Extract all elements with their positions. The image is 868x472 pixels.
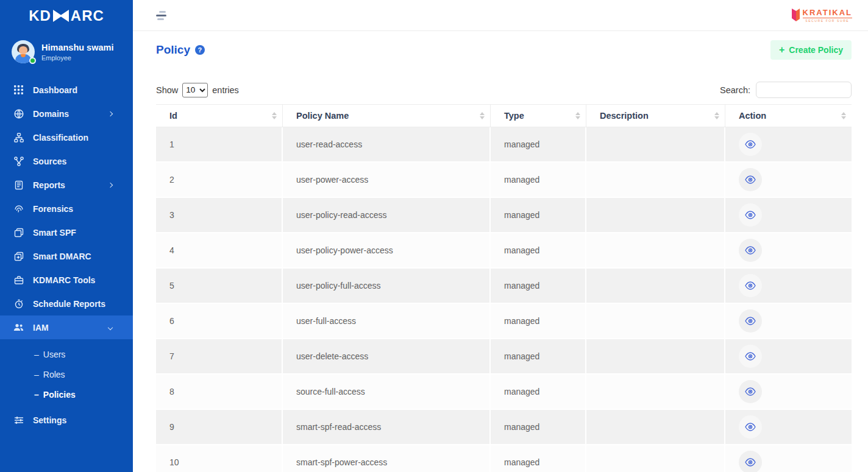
- plus-icon: +: [779, 46, 784, 54]
- kdmarc-bowtie-icon: [53, 10, 69, 22]
- cell-description: [586, 375, 725, 410]
- sidebar-item-label: Smart SPF: [33, 228, 76, 238]
- sidebar-item-kdmarc-tools[interactable]: KDMARC Tools: [0, 268, 133, 292]
- search-input[interactable]: [756, 82, 852, 98]
- dash-prefix: –: [34, 390, 39, 400]
- user-profile[interactable]: Himanshu swami Employee: [0, 24, 133, 63]
- profile-role: Employee: [41, 54, 113, 62]
- sort-icon: [575, 112, 580, 119]
- view-policy-button[interactable]: [739, 133, 762, 156]
- sidebar-item-label: Sources: [33, 157, 66, 166]
- help-icon[interactable]: ?: [195, 45, 205, 55]
- cell-policy-name: user-power-access: [283, 163, 491, 198]
- branch-icon: [13, 156, 24, 166]
- table-row: 7 user-delete-access managed: [156, 339, 852, 375]
- cell-policy-name: user-delete-access: [283, 339, 491, 375]
- sidebar-item-label: Forensics: [33, 204, 73, 214]
- sidebar-item-label: Dashboard: [33, 85, 77, 95]
- sidebar-item-iam[interactable]: IAM: [0, 315, 133, 339]
- entries-label: entries: [212, 85, 239, 95]
- column-header-action[interactable]: Action: [725, 104, 852, 127]
- page-size-select[interactable]: 10: [182, 83, 208, 97]
- view-policy-button[interactable]: [739, 415, 762, 439]
- show-label: Show: [156, 85, 178, 95]
- sidebar-item-label: Settings: [33, 415, 66, 425]
- table-row: 1 user-read-access managed: [156, 127, 852, 163]
- brand-tagline: SECURE FOR SURE: [803, 19, 852, 23]
- cell-action: [725, 339, 852, 375]
- cell-id: 8: [156, 375, 283, 410]
- view-policy-button[interactable]: [739, 380, 762, 403]
- sidebar: KD ARC Himanshu swami Employee Dashboard…: [0, 0, 133, 472]
- sidebar-nav: Dashboard Domains Classification Sources: [0, 78, 133, 432]
- sort-icon: [480, 112, 485, 119]
- submenu-item-policies[interactable]: – Policies: [0, 384, 133, 404]
- table-row: 10 smart-spf-power-access managed: [156, 445, 852, 472]
- cell-policy-name: user-policy-power-access: [283, 233, 491, 269]
- cell-id: 7: [156, 339, 283, 375]
- cell-id: 3: [156, 198, 283, 233]
- submenu-item-roles[interactable]: – Roles: [0, 364, 133, 384]
- cell-description: [586, 445, 725, 472]
- cell-id: 2: [156, 163, 283, 198]
- view-policy-button[interactable]: [739, 203, 762, 227]
- sidebar-item-domains[interactable]: Domains: [0, 102, 133, 125]
- sidebar-item-smart-spf[interactable]: Smart SPF: [0, 220, 133, 244]
- chevron-right-icon: [108, 182, 113, 187]
- cell-type: managed: [491, 198, 586, 233]
- sidebar-item-label: Smart DMARC: [33, 252, 91, 261]
- copy-refresh-icon: [13, 251, 24, 261]
- sidebar-item-sources[interactable]: Sources: [0, 149, 133, 173]
- users-icon: [13, 322, 24, 333]
- view-policy-button[interactable]: [739, 345, 762, 368]
- cell-type: managed: [491, 163, 586, 198]
- cell-policy-name: smart-spf-power-access: [283, 445, 491, 472]
- cell-policy-name: source-full-access: [283, 375, 491, 410]
- sidebar-item-schedule-reports[interactable]: Schedule Reports: [0, 292, 133, 315]
- cell-description: [586, 339, 725, 375]
- view-policy-button[interactable]: [739, 274, 762, 297]
- logo-text-left: KD: [29, 7, 51, 24]
- copy-icon: [13, 227, 24, 238]
- create-policy-button[interactable]: + Create Policy: [770, 40, 852, 60]
- cell-type: managed: [491, 375, 586, 410]
- iam-submenu: – Users – Roles – Policies: [0, 339, 133, 408]
- sidebar-toggle-icon[interactable]: [156, 11, 167, 20]
- view-policy-button[interactable]: [739, 451, 762, 472]
- sidebar-item-classification[interactable]: Classification: [0, 125, 133, 149]
- cell-description: [586, 269, 725, 304]
- view-policy-button[interactable]: [739, 309, 762, 333]
- topbar: KRATIKAL SECURE FOR SURE: [133, 0, 868, 31]
- column-header-policy-name[interactable]: Policy Name: [283, 104, 491, 127]
- brand-name: KRATIKAL: [803, 8, 852, 18]
- profile-name: Himanshu swami: [41, 43, 113, 52]
- sidebar-item-label: Classification: [33, 133, 88, 143]
- fingerprint-icon: [13, 203, 24, 214]
- cell-description: [586, 163, 725, 198]
- cell-id: 9: [156, 410, 283, 445]
- dash-prefix: –: [34, 350, 39, 359]
- view-policy-button[interactable]: [739, 239, 762, 262]
- view-policy-button[interactable]: [739, 168, 762, 191]
- sidebar-item-settings[interactable]: Settings: [0, 408, 133, 432]
- sidebar-item-dashboard[interactable]: Dashboard: [0, 78, 133, 102]
- sidebar-item-reports[interactable]: Reports: [0, 173, 133, 197]
- submenu-item-users[interactable]: – Users: [0, 344, 133, 364]
- cell-description: [586, 198, 725, 233]
- submenu-item-label: Roles: [43, 370, 65, 379]
- column-header-type[interactable]: Type: [491, 104, 586, 127]
- search-label: Search:: [720, 85, 750, 95]
- kdmarc-logo[interactable]: KD ARC: [0, 0, 133, 24]
- sliders-icon: [13, 415, 24, 425]
- cell-id: 10: [156, 445, 283, 472]
- content: Policy ? + Create Policy Show 10 entries…: [133, 31, 868, 472]
- cell-action: [725, 304, 852, 339]
- column-header-description[interactable]: Description: [586, 104, 725, 127]
- column-header-id[interactable]: Id: [156, 104, 283, 127]
- sidebar-item-smart-dmarc[interactable]: Smart DMARC: [0, 244, 133, 268]
- sidebar-item-forensics[interactable]: Forensics: [0, 197, 133, 220]
- eye-icon: [745, 140, 756, 149]
- cell-policy-name: user-policy-full-access: [283, 269, 491, 304]
- main-area: KRATIKAL SECURE FOR SURE Policy ? + Crea…: [133, 0, 868, 472]
- cell-action: [725, 445, 852, 472]
